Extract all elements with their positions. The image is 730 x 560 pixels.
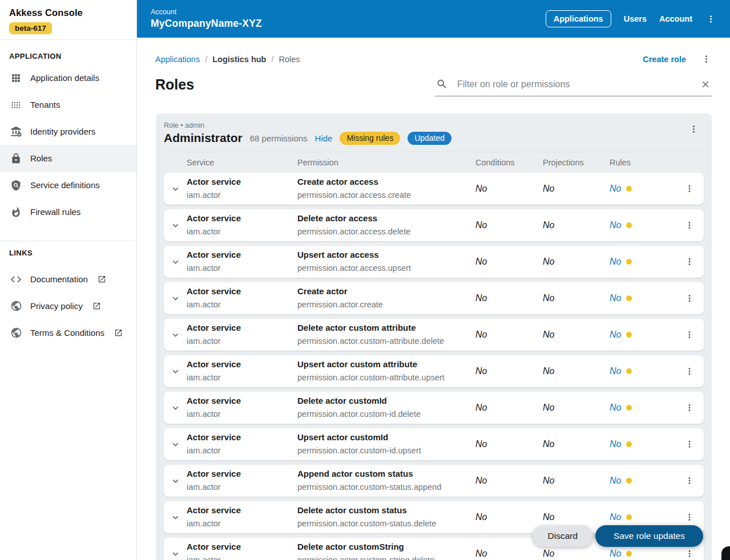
sidebar: Akkess Console beta-617 APPLICATION Appl… bbox=[0, 0, 137, 560]
topnav-users[interactable]: Users bbox=[624, 14, 647, 23]
sidebar-link-documentation[interactable]: Documentation bbox=[0, 266, 136, 293]
chevron-down-icon[interactable] bbox=[164, 366, 187, 377]
row-service-code: iam.actor bbox=[187, 519, 297, 529]
discard-button[interactable]: Discard bbox=[533, 525, 594, 547]
row-kebab-icon[interactable] bbox=[675, 257, 704, 267]
globe-icon bbox=[9, 299, 23, 313]
missing-rule-dot-icon bbox=[626, 405, 632, 411]
column-permission: Permission bbox=[297, 158, 475, 167]
sidebar-item-label: Tenants bbox=[30, 100, 61, 109]
row-permission-name: Delete actor custom status bbox=[297, 505, 475, 516]
row-permission-name: Delete actor access bbox=[297, 213, 475, 224]
row-kebab-icon[interactable] bbox=[675, 184, 704, 194]
row-service-code: iam.actor bbox=[187, 555, 297, 560]
row-rules-value: No bbox=[610, 439, 621, 449]
save-role-updates-button[interactable]: Save role updates bbox=[595, 525, 703, 547]
search-icon bbox=[436, 78, 448, 90]
chevron-down-icon[interactable] bbox=[164, 403, 187, 413]
updated-badge: Updated bbox=[408, 132, 451, 145]
row-conditions-value: No bbox=[475, 330, 543, 340]
row-permission-name: Append actor custom status bbox=[297, 469, 475, 479]
row-permission-code: permission.actor.custom-attribute.delete bbox=[297, 336, 475, 346]
sidebar-item-roles[interactable]: Roles bbox=[0, 145, 136, 172]
lock-icon bbox=[9, 152, 23, 165]
page-kebab-icon[interactable] bbox=[701, 54, 712, 64]
chevron-down-icon[interactable] bbox=[164, 512, 187, 523]
row-service-name: Actor service bbox=[187, 432, 297, 443]
row-service-name: Actor service bbox=[187, 542, 297, 552]
row-service-name: Actor service bbox=[187, 250, 297, 260]
topnav-account[interactable]: Account bbox=[659, 14, 692, 23]
chevron-down-icon[interactable] bbox=[164, 439, 187, 450]
row-permission-name: Create actor bbox=[297, 286, 475, 297]
create-role-button[interactable]: Create role bbox=[643, 55, 686, 64]
chevron-down-icon[interactable] bbox=[164, 549, 187, 559]
sidebar-item-application-details[interactable]: Application details bbox=[0, 64, 136, 91]
chevron-down-icon[interactable] bbox=[164, 184, 187, 194]
row-conditions-value: No bbox=[475, 293, 543, 303]
search-input[interactable] bbox=[457, 79, 691, 90]
role-filter-searchbar bbox=[435, 74, 712, 96]
sidebar-item-label: Firewall rules bbox=[30, 207, 80, 217]
sidebar-link-terms-conditions[interactable]: Terms & Conditions bbox=[0, 319, 136, 346]
row-kebab-icon[interactable] bbox=[675, 403, 704, 413]
chevron-down-icon[interactable] bbox=[164, 476, 187, 486]
breadcrumb-logistics-hub[interactable]: Logistics hub bbox=[212, 55, 266, 64]
hide-permissions-link[interactable]: Hide bbox=[315, 133, 333, 143]
row-kebab-icon[interactable] bbox=[675, 220, 704, 230]
sidebar-item-firewall-rules[interactable]: Firewall rules bbox=[0, 198, 136, 225]
row-service-code: iam.actor bbox=[187, 373, 297, 383]
chevron-down-icon[interactable] bbox=[164, 330, 187, 340]
permission-row: Actor service iam.actor Delete actor acc… bbox=[164, 209, 704, 241]
missing-rule-dot-icon bbox=[626, 295, 632, 301]
chevron-down-icon[interactable] bbox=[164, 257, 187, 267]
role-overline: Role • admin bbox=[164, 121, 704, 129]
topnav-applications[interactable]: Applications bbox=[546, 10, 611, 27]
row-kebab-icon[interactable] bbox=[675, 512, 704, 522]
row-service-code: iam.actor bbox=[187, 336, 297, 346]
row-kebab-icon[interactable] bbox=[675, 549, 704, 559]
row-permission-code: permission.actor.custom-id.delete bbox=[297, 409, 475, 419]
row-kebab-icon[interactable] bbox=[675, 439, 704, 449]
permission-row: Actor service iam.actor Upsert actor cus… bbox=[164, 428, 704, 460]
row-service-name: Actor service bbox=[187, 177, 297, 187]
clear-search-icon[interactable] bbox=[700, 79, 711, 90]
app-title: Akkess Console bbox=[9, 7, 127, 18]
breadcrumb-separator: / bbox=[205, 55, 207, 64]
topnav-kebab-icon[interactable] bbox=[705, 14, 716, 25]
row-service-name: Actor service bbox=[187, 286, 297, 297]
row-conditions-value: No bbox=[475, 512, 543, 522]
row-kebab-icon[interactable] bbox=[675, 366, 704, 376]
sidebar-item-identity-providers[interactable]: Identity providers bbox=[0, 118, 136, 145]
permission-rows: Actor service iam.actor Create actor acc… bbox=[164, 173, 704, 560]
row-kebab-icon[interactable] bbox=[675, 293, 704, 303]
breadcrumb-separator: / bbox=[271, 55, 273, 64]
breadcrumb-applications[interactable]: Applications bbox=[155, 55, 200, 64]
sidebar-item-tenants[interactable]: Tenants bbox=[0, 91, 136, 118]
sidebar-link-label: Documentation bbox=[30, 274, 88, 284]
row-projections-value: No bbox=[543, 220, 610, 230]
row-kebab-icon[interactable] bbox=[675, 476, 704, 486]
sidebar-item-service-definitions[interactable]: Service definitions bbox=[0, 172, 136, 198]
row-service-code: iam.actor bbox=[187, 482, 297, 492]
row-permission-name: Delete actor customId bbox=[297, 396, 475, 406]
row-service-name: Actor service bbox=[187, 469, 297, 479]
row-permission-code: permission.actor.access.upsert bbox=[297, 263, 475, 273]
chevron-down-icon[interactable] bbox=[164, 293, 187, 304]
row-rules-value: No bbox=[610, 403, 621, 413]
row-permission-name: Upsert actor custom attribute bbox=[297, 359, 475, 370]
code-icon bbox=[9, 273, 23, 286]
sidebar-link-privacy-policy[interactable]: Privacy policy bbox=[0, 293, 136, 319]
row-permission-name: Upsert actor access bbox=[297, 250, 475, 260]
row-projections-value: No bbox=[543, 549, 610, 559]
row-kebab-icon[interactable] bbox=[675, 330, 704, 340]
chevron-down-icon[interactable] bbox=[164, 220, 187, 231]
role-kebab-icon[interactable] bbox=[688, 124, 699, 137]
row-rules-value: No bbox=[610, 366, 621, 376]
row-service-name: Actor service bbox=[187, 396, 297, 406]
row-rules-value: No bbox=[610, 220, 621, 230]
row-service-code: iam.actor bbox=[187, 227, 297, 237]
role-card-administrator: Role • admin Administrator 68 permission… bbox=[156, 113, 712, 560]
column-service: Service bbox=[187, 158, 297, 167]
column-rules: Rules bbox=[610, 158, 675, 167]
